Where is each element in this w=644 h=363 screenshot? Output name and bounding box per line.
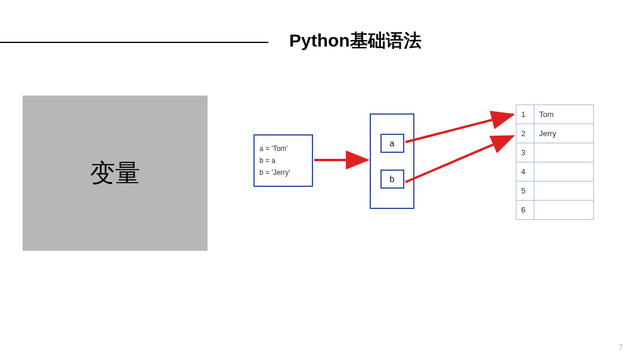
mem-idx: 3 bbox=[516, 143, 534, 162]
mem-idx: 2 bbox=[516, 124, 534, 143]
mem-idx: 4 bbox=[516, 162, 534, 182]
mem-val bbox=[534, 143, 594, 162]
table-row: 3 bbox=[516, 143, 594, 162]
var-b-cell: b bbox=[380, 170, 404, 189]
table-row: 1Tom bbox=[516, 105, 594, 124]
topic-label: 变量 bbox=[90, 156, 140, 190]
variable-box: a b bbox=[370, 113, 414, 209]
mem-val bbox=[534, 201, 594, 220]
mem-val bbox=[534, 182, 594, 201]
mem-val: Jerry bbox=[534, 124, 594, 143]
table-row: 2Jerry bbox=[516, 124, 594, 143]
page-number: 7 bbox=[618, 343, 623, 352]
mem-idx: 6 bbox=[516, 201, 534, 220]
arrow-b-to-mem2 bbox=[405, 136, 513, 182]
code-line-3: b = 'Jerry' bbox=[259, 168, 307, 177]
slide-title: Python基础语法 bbox=[289, 29, 422, 53]
mem-val bbox=[534, 162, 594, 182]
code-line-2: b = a bbox=[259, 156, 307, 165]
header-divider bbox=[0, 42, 268, 43]
mem-val: Tom bbox=[534, 105, 594, 124]
mem-idx: 5 bbox=[516, 182, 534, 201]
mem-idx: 1 bbox=[516, 105, 534, 124]
code-block: a = 'Tom' b = a b = 'Jerry' bbox=[253, 134, 313, 187]
table-row: 5 bbox=[516, 182, 594, 201]
table-row: 6 bbox=[516, 201, 594, 220]
topic-box: 变量 bbox=[23, 96, 208, 251]
table-row: 4 bbox=[516, 162, 594, 182]
arrow-a-to-mem1 bbox=[405, 115, 513, 142]
var-a-cell: a bbox=[380, 134, 404, 153]
memory-table: 1Tom 2Jerry 3 4 5 6 bbox=[516, 104, 594, 220]
code-line-1: a = 'Tom' bbox=[259, 144, 307, 153]
